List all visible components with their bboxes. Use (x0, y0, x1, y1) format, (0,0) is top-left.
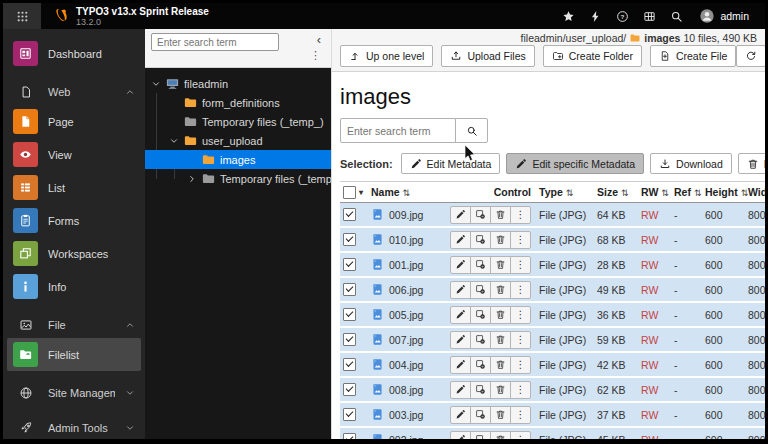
edit-metadata-row-button[interactable] (450, 381, 471, 399)
delete-file-button[interactable] (490, 256, 511, 274)
edit-metadata-button[interactable]: Edit Metadata (401, 153, 501, 174)
tree-node-temporary-files-temp[interactable]: Temporary files (_temp_) (145, 112, 331, 131)
more-options-button[interactable]: ⋮ (510, 206, 531, 224)
file-name-link[interactable]: 008.jpg (389, 384, 423, 396)
row-checkbox[interactable] (343, 308, 356, 321)
file-name-link[interactable]: 002.jpg (389, 434, 423, 439)
help-button[interactable] (612, 5, 632, 27)
user-menu[interactable]: admin (693, 7, 755, 25)
header-size[interactable]: Size⇅ (594, 182, 638, 203)
header-type[interactable]: Type⇅ (536, 182, 594, 203)
replace-file-button[interactable] (470, 331, 491, 349)
search-button[interactable] (666, 5, 686, 27)
replace-file-button[interactable] (470, 431, 491, 440)
header-rw[interactable]: RW⇅ (638, 182, 671, 203)
header-name[interactable]: Name⇅ (368, 182, 444, 203)
sidebar-item-file[interactable]: File (7, 312, 141, 338)
delete-file-button[interactable] (490, 231, 511, 249)
sidebar-item-filelist[interactable]: Filelist (7, 338, 141, 371)
delete-file-button[interactable] (490, 206, 511, 224)
sidebar-item-admin-tools[interactable]: Admin Tools (7, 415, 141, 439)
expander-chevron-icon[interactable] (151, 79, 161, 89)
more-options-button[interactable]: ⋮ (510, 306, 531, 324)
file-name-link[interactable]: 003.jpg (389, 409, 423, 421)
sidebar-item-forms[interactable]: Forms (7, 204, 141, 237)
replace-file-button[interactable] (470, 231, 491, 249)
sidebar-item-view[interactable]: View (7, 138, 141, 171)
file-name-link[interactable]: 006.jpg (389, 284, 423, 296)
sidebar-item-site-management[interactable]: Site Management (7, 380, 141, 406)
delete-button[interactable]: Delete (738, 153, 765, 174)
module-menu-toggle-button[interactable] (3, 3, 41, 29)
row-checkbox[interactable] (343, 233, 356, 246)
edit-metadata-row-button[interactable] (450, 331, 471, 349)
sidebar-item-dashboard[interactable]: Dashboard (7, 37, 141, 70)
file-name-link[interactable]: 004.jpg (389, 359, 423, 371)
sidebar-item-list[interactable]: List (7, 171, 141, 204)
edit-metadata-row-button[interactable] (450, 356, 471, 374)
tree-node-user-upload[interactable]: user_upload (145, 131, 331, 150)
file-name-link[interactable]: 001.jpg (389, 259, 423, 271)
search-input[interactable] (340, 118, 456, 143)
more-options-button[interactable]: ⋮ (510, 381, 531, 399)
row-checkbox[interactable] (343, 358, 356, 371)
edit-metadata-row-button[interactable] (450, 431, 471, 440)
delete-file-button[interactable] (490, 381, 511, 399)
header-height[interactable]: Height⇅ (702, 182, 745, 203)
tree-node-fileadmin[interactable]: fileadmin (145, 74, 331, 93)
row-checkbox[interactable] (343, 283, 356, 296)
brand[interactable]: TYPO3 v13.x Sprint Release 13.2.0 (41, 6, 209, 27)
header-ref[interactable]: Ref⇅ (671, 182, 702, 203)
expander-chevron-icon[interactable] (169, 136, 179, 146)
delete-file-button[interactable] (490, 331, 511, 349)
replace-file-button[interactable] (470, 281, 491, 299)
row-checkbox[interactable] (343, 408, 356, 421)
row-checkbox[interactable] (343, 208, 356, 221)
sidebar-item-info[interactable]: Info (7, 270, 141, 303)
download-button[interactable]: Download (650, 153, 732, 174)
row-checkbox[interactable] (343, 433, 356, 439)
upload-files-button[interactable]: Upload Files (441, 45, 534, 67)
delete-file-button[interactable] (490, 356, 511, 374)
edit-metadata-row-button[interactable] (450, 406, 471, 424)
row-checkbox[interactable] (343, 333, 356, 346)
bookmarks-button[interactable] (558, 5, 578, 27)
row-checkbox[interactable] (343, 383, 356, 396)
more-options-button[interactable]: ⋮ (510, 431, 531, 440)
delete-file-button[interactable] (490, 431, 511, 440)
delete-file-button[interactable] (490, 406, 511, 424)
replace-file-button[interactable] (470, 356, 491, 374)
sidebar-item-workspaces[interactable]: Workspaces (7, 237, 141, 270)
edit-metadata-row-button[interactable] (450, 206, 471, 224)
refresh-button[interactable] (736, 45, 766, 67)
collapse-tree-icon[interactable]: ‹ (317, 34, 321, 46)
replace-file-button[interactable] (470, 256, 491, 274)
shortcuts-button[interactable] (585, 5, 605, 27)
edit-metadata-row-button[interactable] (450, 281, 471, 299)
tree-kebab-menu-icon[interactable]: ⋮ (310, 50, 321, 61)
replace-file-button[interactable] (470, 406, 491, 424)
header-width[interactable]: Width⇅ (745, 182, 765, 203)
delete-file-button[interactable] (490, 306, 511, 324)
create-folder-button[interactable]: Create Folder (543, 45, 642, 67)
more-options-button[interactable]: ⋮ (510, 281, 531, 299)
select-all-checkbox[interactable] (343, 186, 356, 199)
edit-specific-metadata-button[interactable]: Edit specific Metadata (506, 153, 644, 174)
tree-node-images[interactable]: images (145, 150, 331, 169)
file-name-link[interactable]: 007.jpg (389, 334, 423, 346)
more-options-button[interactable]: ⋮ (510, 331, 531, 349)
tree-node-form-definitions[interactable]: form_definitions (145, 93, 331, 112)
file-name-link[interactable]: 009.jpg (389, 209, 423, 221)
replace-file-button[interactable] (470, 306, 491, 324)
file-name-link[interactable]: 005.jpg (389, 309, 423, 321)
tree-search-input[interactable] (151, 33, 279, 51)
more-options-button[interactable]: ⋮ (510, 231, 531, 249)
sidebar-item-page[interactable]: Page (7, 105, 141, 138)
edit-metadata-row-button[interactable] (450, 306, 471, 324)
more-options-button[interactable]: ⋮ (510, 406, 531, 424)
expander-chevron-icon[interactable] (187, 174, 197, 184)
row-checkbox[interactable] (343, 258, 356, 271)
delete-file-button[interactable] (490, 281, 511, 299)
file-name-link[interactable]: 010.jpg (389, 234, 423, 246)
edit-metadata-row-button[interactable] (450, 256, 471, 274)
